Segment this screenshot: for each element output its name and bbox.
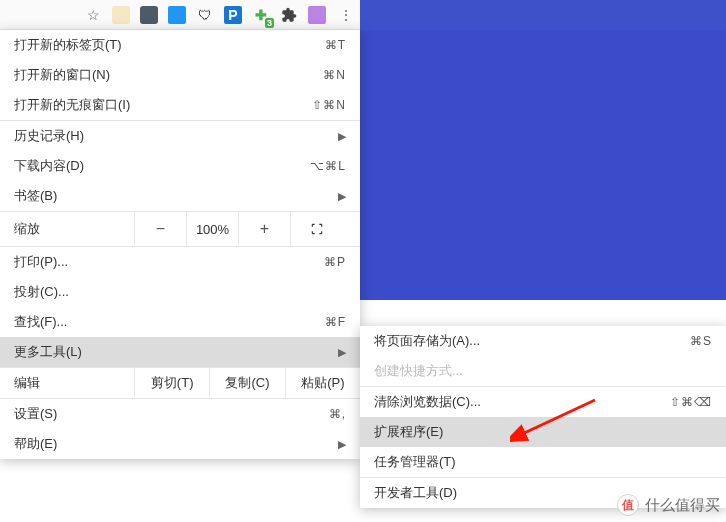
page-background — [360, 0, 726, 300]
menu-label: 创建快捷方式... — [374, 362, 712, 380]
submenu-extensions[interactable]: 扩展程序(E) — [360, 417, 726, 447]
extension-green-icon[interactable]: ✚3 — [252, 6, 270, 24]
menu-settings[interactable]: 设置(S) ⌘, — [0, 399, 360, 429]
menu-find[interactable]: 查找(F)... ⌘F — [0, 307, 360, 337]
menu-label: 将页面存储为(A)... — [374, 332, 690, 350]
extension-badge: 3 — [265, 18, 274, 28]
chevron-right-icon: ▶ — [338, 130, 346, 143]
menu-label: 更多工具(L) — [14, 343, 338, 361]
menu-label: 设置(S) — [14, 405, 329, 423]
submenu-task-manager[interactable]: 任务管理器(T) — [360, 447, 726, 477]
submenu-create-shortcut: 创建快捷方式... — [360, 356, 726, 386]
extension-p-icon[interactable]: P — [224, 6, 242, 24]
extension-icon-2[interactable] — [140, 6, 158, 24]
browser-menu: 打开新的标签页(T) ⌘T 打开新的窗口(N) ⌘N 打开新的无痕窗口(I) ⇧… — [0, 30, 360, 459]
watermark-text: 什么值得买 — [645, 496, 720, 515]
menu-label: 历史记录(H) — [14, 127, 338, 145]
submenu-clear-data[interactable]: 清除浏览数据(C)... ⇧⌘⌫ — [360, 387, 726, 417]
extension-shield-icon[interactable]: 🛡 — [196, 6, 214, 24]
menu-more-tools[interactable]: 更多工具(L) ▶ — [0, 337, 360, 367]
submenu-save-page[interactable]: 将页面存储为(A)... ⌘S — [360, 326, 726, 356]
menu-label: 扩展程序(E) — [374, 423, 712, 441]
menu-label: 打开新的无痕窗口(I) — [14, 96, 312, 114]
menu-label: 下载内容(D) — [14, 157, 310, 175]
menu-shortcut: ⌘N — [323, 68, 346, 82]
more-tools-submenu: 将页面存储为(A)... ⌘S 创建快捷方式... 清除浏览数据(C)... ⇧… — [360, 326, 726, 508]
edit-label: 编辑 — [14, 374, 134, 392]
menu-downloads[interactable]: 下载内容(D) ⌥⌘L — [0, 151, 360, 181]
extension-icon-3[interactable] — [168, 6, 186, 24]
fullscreen-button[interactable] — [290, 212, 342, 246]
menu-shortcut: ⇧⌘N — [312, 98, 346, 112]
watermark-icon: 值 — [617, 494, 639, 516]
menu-label: 任务管理器(T) — [374, 453, 712, 471]
menu-label: 清除浏览数据(C)... — [374, 393, 670, 411]
menu-label: 打开新的标签页(T) — [14, 36, 325, 54]
menu-shortcut: ⌘, — [329, 407, 346, 421]
menu-label: 打印(P)... — [14, 253, 324, 271]
menu-new-tab[interactable]: 打开新的标签页(T) ⌘T — [0, 30, 360, 60]
edit-paste-button[interactable]: 粘贴(P) — [285, 368, 360, 398]
menu-history[interactable]: 历史记录(H) ▶ — [0, 121, 360, 151]
chevron-right-icon: ▶ — [338, 346, 346, 359]
zoom-out-button[interactable]: − — [134, 212, 186, 246]
menu-shortcut: ⌥⌘L — [310, 159, 346, 173]
menu-print[interactable]: 打印(P)... ⌘P — [0, 247, 360, 277]
menu-shortcut: ⌘S — [690, 334, 712, 348]
menu-label: 投射(C)... — [14, 283, 346, 301]
chevron-right-icon: ▶ — [338, 438, 346, 451]
menu-label: 打开新的窗口(N) — [14, 66, 323, 84]
bookmark-star-icon[interactable]: ☆ — [84, 6, 102, 24]
extension-purple-icon[interactable] — [308, 6, 326, 24]
menu-shortcut: ⌘P — [324, 255, 346, 269]
menu-bookmarks[interactable]: 书签(B) ▶ — [0, 181, 360, 211]
menu-help[interactable]: 帮助(E) ▶ — [0, 429, 360, 459]
menu-label: 查找(F)... — [14, 313, 325, 331]
zoom-label: 缩放 — [14, 220, 134, 238]
edit-copy-button[interactable]: 复制(C) — [209, 368, 284, 398]
menu-incognito[interactable]: 打开新的无痕窗口(I) ⇧⌘N — [0, 90, 360, 120]
zoom-value: 100% — [186, 212, 238, 246]
menu-edit-row: 编辑 剪切(T) 复制(C) 粘贴(P) — [0, 368, 360, 398]
extension-icon-1[interactable] — [112, 6, 130, 24]
menu-new-window[interactable]: 打开新的窗口(N) ⌘N — [0, 60, 360, 90]
edit-cut-button[interactable]: 剪切(T) — [134, 368, 209, 398]
menu-zoom-row: 缩放 − 100% + — [0, 212, 360, 246]
menu-shortcut: ⌘F — [325, 315, 346, 329]
menu-label: 书签(B) — [14, 187, 338, 205]
menu-shortcut: ⌘T — [325, 38, 346, 52]
browser-toolbar: ☆ 🛡 P ✚3 ⋮ — [0, 0, 360, 30]
menu-label: 帮助(E) — [14, 435, 338, 453]
overflow-menu-icon[interactable]: ⋮ — [336, 6, 354, 24]
zoom-in-button[interactable]: + — [238, 212, 290, 246]
menu-shortcut: ⇧⌘⌫ — [670, 395, 712, 409]
extensions-puzzle-icon[interactable] — [280, 6, 298, 24]
menu-cast[interactable]: 投射(C)... — [0, 277, 360, 307]
watermark: 值 什么值得买 — [617, 494, 720, 516]
chevron-right-icon: ▶ — [338, 190, 346, 203]
